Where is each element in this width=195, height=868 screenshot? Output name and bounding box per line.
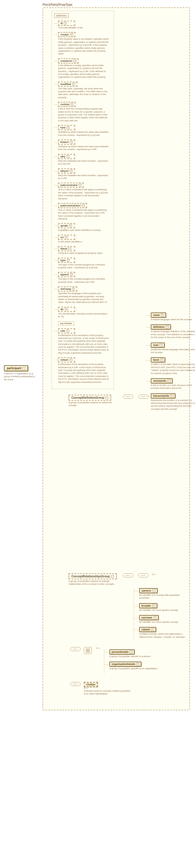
expand-icon[interactable]: + bbox=[154, 616, 157, 619]
attribute-description: Specifies the language of this property … bbox=[58, 292, 109, 304]
attribute-name: id bbox=[60, 22, 63, 25]
element-box[interactable]: organisationDetails+ bbox=[109, 661, 142, 666]
expand-icon[interactable]: + bbox=[78, 184, 82, 187]
attribute-dir: dir+The directionality of textual conten… bbox=[58, 307, 111, 318]
element-box[interactable]: hierarchyInfo+ bbox=[151, 393, 175, 398]
concept-definition-group-box[interactable]: ConceptDefinitionGroup − bbox=[69, 395, 111, 401]
expand-icon[interactable]: + bbox=[130, 651, 132, 653]
expand-icon[interactable]: + bbox=[67, 155, 69, 158]
element-description: Additional natural language information … bbox=[151, 348, 195, 354]
attribute-box[interactable]: literal+ bbox=[58, 246, 75, 251]
attribute-box[interactable]: creator+ bbox=[58, 32, 75, 37]
attribute-box[interactable]: role+ bbox=[58, 329, 75, 334]
attribute-name: uri bbox=[60, 236, 64, 239]
attribute-box[interactable]: pubconstrainturi+ bbox=[58, 203, 87, 208]
expand-icon[interactable]: + bbox=[64, 22, 67, 25]
attribute-creatoruri: creatoruri+If the attribute is empty, sp… bbox=[58, 58, 111, 79]
expand-icon[interactable]: + bbox=[152, 604, 155, 607]
collapse-icon[interactable]: − bbox=[105, 396, 108, 399]
element-box[interactable]: facet+ bbox=[151, 357, 165, 363]
expand-icon[interactable]: + bbox=[70, 33, 73, 36]
expand-icon[interactable]: + bbox=[160, 359, 163, 361]
child-sameas: sameAs+An identifier of a concept with e… bbox=[139, 588, 187, 600]
expand-icon[interactable]: + bbox=[73, 60, 76, 62]
element-box[interactable]: definition+ bbox=[151, 324, 171, 330]
attribute-box[interactable]: modified+ bbox=[58, 82, 77, 87]
expand-icon[interactable]: + bbox=[67, 126, 69, 129]
expand-icon[interactable]: + bbox=[65, 236, 68, 239]
attribute-name: literal bbox=[60, 247, 67, 250]
element-name: facet bbox=[153, 359, 159, 361]
element-box[interactable]: name+ bbox=[151, 312, 166, 318]
attributes-label: attributes bbox=[54, 13, 69, 18]
attribute-box[interactable]: howuri+ bbox=[58, 140, 75, 145]
attribute-box[interactable]: whyuri+ bbox=[58, 168, 75, 174]
attribute-box[interactable]: creatoruri+ bbox=[58, 58, 78, 64]
expand-icon[interactable]: + bbox=[82, 204, 85, 207]
child-broader: broader+An identifier of a more generic … bbox=[139, 603, 187, 612]
element-box[interactable]: sameAs+ bbox=[139, 588, 158, 593]
attribute-box[interactable]: id+ bbox=[58, 21, 75, 26]
expand-icon[interactable]: + bbox=[166, 326, 169, 329]
element-box[interactable]: related+ bbox=[139, 627, 156, 632]
root-element: participant − A person or organisation (… bbox=[4, 365, 38, 381]
expand-icon[interactable]: + bbox=[69, 224, 72, 227]
attribute-pubconstraint: pubconstraint+One or many constraints th… bbox=[58, 183, 111, 200]
attribute-box[interactable]: why+ bbox=[58, 154, 75, 159]
expand-icon[interactable]: + bbox=[72, 287, 75, 290]
attribute-box[interactable]: qcode+ bbox=[58, 223, 75, 228]
collapse-icon[interactable]: − bbox=[111, 575, 114, 578]
child-facet: facet+In NAR 1.8 and later, facet is dep… bbox=[151, 357, 195, 375]
attribute-box[interactable]: dir+ bbox=[58, 307, 75, 312]
element-box[interactable]: narrower+ bbox=[139, 615, 159, 620]
expand-icon[interactable]: + bbox=[70, 273, 73, 276]
expand-icon[interactable]: + bbox=[68, 247, 71, 250]
element-box[interactable]: broader+ bbox=[139, 603, 157, 608]
child-name: name+A natural language name for the con… bbox=[151, 312, 195, 321]
element-description: A link to an item or a web resource whic… bbox=[151, 384, 195, 390]
child-remoteinfo: remoteInfo+A link to an item or a web re… bbox=[151, 378, 195, 390]
expand-icon[interactable]: + bbox=[66, 330, 69, 332]
expand-icon[interactable]: + bbox=[69, 359, 72, 361]
expand-icon[interactable]: + bbox=[167, 379, 170, 382]
expand-icon[interactable]: + bbox=[136, 663, 139, 665]
expand-icon[interactable]: + bbox=[161, 314, 164, 316]
attribute-description: The directionality of textual content (e… bbox=[58, 312, 109, 318]
attribute-how: how+Indicates by which means the value w… bbox=[58, 125, 111, 137]
attribute-id: id+The local identifier of the bbox=[58, 21, 111, 29]
expand-icon[interactable]: + bbox=[67, 259, 70, 262]
expand-icon[interactable]: + bbox=[153, 589, 155, 592]
attribute-box[interactable]: custom+ bbox=[58, 102, 76, 107]
sequence-connector-icon bbox=[123, 574, 133, 577]
attribute-description: The date (and, optionally, the time) whe… bbox=[58, 87, 109, 99]
attribute-name: roleuri bbox=[60, 359, 68, 361]
expand-icon[interactable]: + bbox=[151, 628, 154, 631]
attribute-name: dir bbox=[60, 308, 64, 311]
any-other-box[interactable]: ##other bbox=[84, 682, 98, 687]
element-box[interactable]: personDetails+ bbox=[109, 649, 135, 654]
element-box[interactable]: note+ bbox=[151, 343, 165, 348]
expand-icon[interactable]: + bbox=[71, 103, 73, 106]
attribute-box[interactable]: uri+ bbox=[58, 235, 75, 240]
expand-icon[interactable]: + bbox=[65, 308, 68, 311]
attribute-why: why+Why the metadata has been included -… bbox=[58, 154, 111, 165]
expand-icon[interactable]: + bbox=[70, 169, 72, 173]
participant-element[interactable]: participant − bbox=[4, 365, 28, 371]
attribute-box[interactable]: roleuri+ bbox=[58, 357, 75, 363]
element-box[interactable]: remoteInfo+ bbox=[151, 378, 173, 383]
collapse-icon[interactable]: − bbox=[22, 367, 25, 370]
expand-icon[interactable]: + bbox=[72, 83, 75, 86]
attribute-box[interactable]: type+ bbox=[58, 258, 75, 263]
concept-relationships-group-box[interactable]: ConceptRelationshipsGroup − bbox=[69, 574, 117, 579]
attribute-box[interactable]: xml:lang+ bbox=[58, 286, 77, 291]
attribute-box[interactable]: how+ bbox=[58, 125, 75, 130]
attribute-box[interactable]: pubconstraint+ bbox=[58, 183, 84, 188]
attribute-creator: creator+If the property value is not def… bbox=[58, 32, 111, 55]
attribute-type: type+The type of the concept assigned as… bbox=[58, 258, 111, 269]
expand-icon[interactable]: + bbox=[170, 395, 173, 397]
attribute-description: A refinement of the semantics of the pro… bbox=[58, 334, 109, 355]
expand-icon[interactable]: + bbox=[70, 141, 73, 144]
attribute-typeuri: typeuri+The type of the concept assigned… bbox=[58, 272, 111, 284]
expand-icon[interactable]: + bbox=[160, 344, 162, 346]
attribute-box[interactable]: typeuri+ bbox=[58, 272, 75, 277]
